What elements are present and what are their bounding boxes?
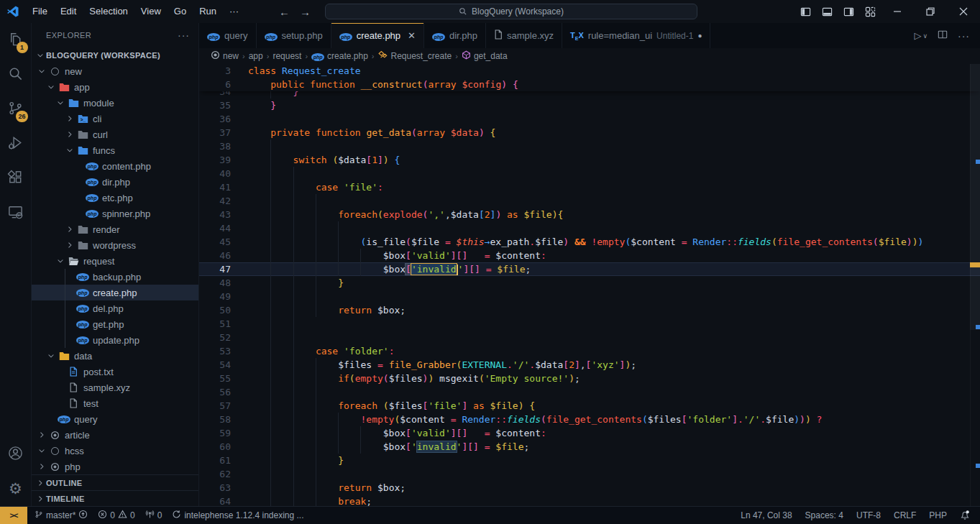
activitybar-item-explorer[interactable]: 1 xyxy=(0,23,32,58)
code-line-50[interactable]: 50return $box; xyxy=(199,303,980,317)
breadcrumb-request-create[interactable]: Request_create xyxy=(377,50,452,62)
tree-item-wordpress[interactable]: wordpress xyxy=(32,237,198,253)
tree-item-cli[interactable]: >_cli xyxy=(32,111,198,127)
run-dropdown-icon[interactable]: ∨ xyxy=(922,32,928,40)
tab-rule-median-ui[interactable]: TEXrule=median_uiUntitled-1● xyxy=(562,23,710,48)
tree-item-update-php[interactable]: phpupdate.php xyxy=(32,332,198,348)
code-line-63[interactable]: 63return $box; xyxy=(199,481,980,495)
scrollbar-slider[interactable] xyxy=(970,64,980,330)
code-line-62[interactable]: 62 xyxy=(199,467,980,481)
tree-item-funcs[interactable]: funcs xyxy=(32,142,198,158)
breadcrumb-get-data[interactable]: get_data xyxy=(462,50,508,62)
code-line-64[interactable]: 64break; xyxy=(199,495,980,506)
activitybar-item-remote-explorer[interactable] xyxy=(0,196,32,230)
statusbar-ports[interactable]: 0 xyxy=(145,510,162,521)
breadcrumb-request[interactable]: request xyxy=(273,51,301,61)
breadcrumb-app[interactable]: app xyxy=(249,51,263,61)
statusbar-intelephense-status[interactable]: intelephense 1.12.4 indexing ... xyxy=(172,510,303,521)
activitybar-item-extensions[interactable] xyxy=(0,161,32,196)
code-line-54[interactable]: 54$files = file_Grabber(EXTERNAL.'/'.$da… xyxy=(199,358,980,372)
code-line-53[interactable]: 53case 'folder': xyxy=(199,344,980,358)
menu-go[interactable]: Go xyxy=(168,0,193,23)
tree-item-module[interactable]: module xyxy=(32,95,198,111)
nav-back-icon[interactable]: ← xyxy=(279,6,290,18)
code-line-34[interactable]: 34} xyxy=(199,91,980,98)
code-line-48[interactable]: 48} xyxy=(199,276,980,290)
tree-item-post-txt[interactable]: post.txt xyxy=(32,364,198,380)
menu-view[interactable]: View xyxy=(134,0,168,23)
remote-indicator[interactable]: >< xyxy=(0,507,27,524)
tab-close-icon[interactable]: ✕ xyxy=(408,30,416,41)
section-timeline[interactable]: TIMELINE xyxy=(32,490,198,506)
statusbar-git-branch[interactable]: master* xyxy=(35,510,88,521)
code-line-35[interactable]: 35} xyxy=(199,98,980,112)
code-line-47[interactable]: 47$box['invalid'][] = $file; xyxy=(199,262,980,276)
code-line-36[interactable]: 36 xyxy=(199,112,980,126)
tree-item-get-php[interactable]: phpget.php xyxy=(32,316,198,332)
code-line-51[interactable]: 51 xyxy=(199,317,980,331)
tree-item-content-php[interactable]: phpcontent.php xyxy=(32,158,198,174)
code-line-38[interactable]: 38 xyxy=(199,139,980,153)
tree-item-test[interactable]: test xyxy=(32,395,198,411)
tree-item-del-php[interactable]: phpdel.php xyxy=(32,300,198,316)
breadcrumb-new[interactable]: new xyxy=(211,50,239,62)
toggle-secondary-sidebar-icon[interactable] xyxy=(838,0,859,23)
tree-item-spinner-php[interactable]: phpspinner.php xyxy=(32,206,198,221)
tree-item-query[interactable]: phpquery xyxy=(32,411,198,427)
code-editor[interactable]: 3class Request_create6public function __… xyxy=(199,64,980,506)
statusbar-encoding[interactable]: UTF-8 xyxy=(856,510,881,520)
tree-item-render[interactable]: render xyxy=(32,221,198,237)
minimize-button[interactable] xyxy=(881,0,914,23)
code-line-41[interactable]: 41case 'file': xyxy=(199,180,980,194)
activitybar-item-source-control[interactable]: 26 xyxy=(0,92,32,127)
split-editor-icon[interactable] xyxy=(938,29,948,42)
statusbar-indentation[interactable]: Spaces: 4 xyxy=(805,510,843,520)
tab-query[interactable]: phpquery xyxy=(199,23,257,48)
activitybar-item-settings[interactable]: ⚙ xyxy=(0,472,32,506)
close-button[interactable] xyxy=(947,0,980,23)
tree-item-article[interactable]: article xyxy=(32,427,198,443)
tree-item-sample-xyz[interactable]: sample.xyz xyxy=(32,380,198,395)
code-line-39[interactable]: 39switch ($data[1]) { xyxy=(199,153,980,167)
code-line-56[interactable]: 56 xyxy=(199,385,980,399)
tree-item-etc-php[interactable]: phpetc.php xyxy=(32,190,198,206)
menu-file[interactable]: File xyxy=(26,0,54,23)
code-line-55[interactable]: 55if(empty($files)) msgexit('Empty sourc… xyxy=(199,372,980,385)
tab-create-php[interactable]: phpcreate.php✕ xyxy=(331,23,424,48)
code-line-49[interactable]: 49 xyxy=(199,290,980,303)
statusbar-language-mode[interactable]: PHP xyxy=(929,510,947,520)
activitybar-item-search[interactable] xyxy=(0,58,32,92)
code-line-60[interactable]: 60$box['invalid'][] = $file; xyxy=(199,440,980,454)
statusbar-end-of-line[interactable]: CRLF xyxy=(894,510,916,520)
tree-item-php[interactable]: php xyxy=(32,459,198,474)
code-line-37[interactable]: 37private function get_data(array $data)… xyxy=(199,126,980,139)
search-box[interactable]: BlogQuery (Workspace) xyxy=(325,4,697,19)
code-line-6[interactable]: 6public function __construct(array $conf… xyxy=(199,78,980,91)
menu-selection[interactable]: Selection xyxy=(83,0,134,23)
menu-[interactable]: ··· xyxy=(223,0,245,23)
statusbar-notifications[interactable] xyxy=(960,510,970,522)
code-line-58[interactable]: 58!empty($content = Render::fields(file_… xyxy=(199,413,980,426)
activitybar-item-accounts[interactable] xyxy=(0,437,32,472)
code-line-59[interactable]: 59$box['valid'][] = $content: xyxy=(199,426,980,440)
tab-sample-xyz[interactable]: sample.xyz xyxy=(486,23,562,48)
statusbar-problems[interactable]: 00 xyxy=(98,510,134,521)
tab-setup-php[interactable]: phpsetup.php xyxy=(257,23,331,48)
nav-forward-icon[interactable]: → xyxy=(300,6,311,18)
code-line-45[interactable]: 45(is_file($file = $this→ex_path.$file) … xyxy=(199,235,980,249)
tree-item-app[interactable]: app xyxy=(32,79,198,95)
code-line-52[interactable]: 52 xyxy=(199,331,980,344)
workspace-root[interactable]: BLOGQUERY (WORKSPACE) xyxy=(32,47,198,63)
tree-item-backup-php[interactable]: phpbackup.php xyxy=(32,269,198,285)
tree-item-data[interactable]: data xyxy=(32,348,198,364)
tree-item-request[interactable]: request xyxy=(32,253,198,269)
menu-edit[interactable]: Edit xyxy=(54,0,83,23)
code-line-61[interactable]: 61} xyxy=(199,454,980,467)
code-line-3[interactable]: 3class Request_create xyxy=(199,64,980,78)
tree-item-curl[interactable]: curl xyxy=(32,127,198,142)
statusbar-cursor-position[interactable]: Ln 47, Col 38 xyxy=(741,510,792,520)
code-line-44[interactable]: 44 xyxy=(199,221,980,235)
overview-ruler[interactable] xyxy=(970,64,980,506)
activitybar-item-run-and-debug[interactable] xyxy=(0,127,32,161)
tree-item-create-php[interactable]: phpcreate.php xyxy=(32,285,198,300)
